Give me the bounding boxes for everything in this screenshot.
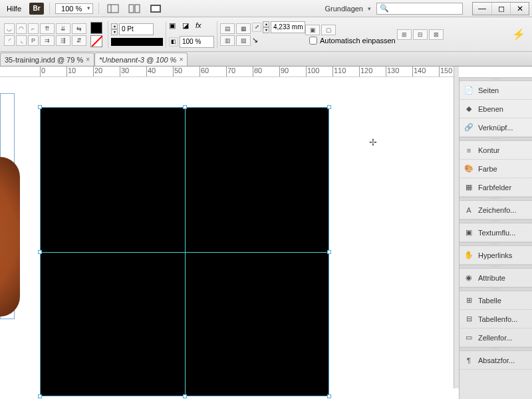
bridge-button[interactable]: Br (29, 3, 44, 15)
cell-styles-icon: ▭ (464, 332, 474, 343)
workspace-selector[interactable]: Grundlagen (323, 5, 373, 13)
tool-btn[interactable]: ⌐ (28, 23, 39, 34)
close-button[interactable]: ✕ (510, 3, 529, 15)
arrange-mode-icon[interactable] (126, 2, 143, 15)
selected-rectangle[interactable] (40, 107, 329, 396)
spin-up[interactable]: ▴ (263, 21, 269, 27)
panel-hyperlinks[interactable]: ✋Hyperlinks (460, 246, 532, 265)
frame-btn[interactable]: ⊠ (429, 29, 444, 40)
stroke-swatch[interactable] (90, 35, 102, 47)
panel-layers[interactable]: ◆Ebenen (460, 100, 532, 118)
panel-color[interactable]: 🎨Farbe (460, 160, 532, 178)
spin-down[interactable]: ▾ (111, 29, 118, 35)
panel-label: Kontur (478, 146, 499, 154)
document-tab[interactable]: 35-training.indd @ 79 %× (0, 53, 94, 66)
document-tab[interactable]: *Unbenannt-3 @ 100 %× (94, 53, 188, 66)
stroke-weight-input[interactable] (119, 23, 154, 35)
tool-btn[interactable]: P (28, 35, 39, 46)
wrap-btn[interactable]: ▤ (220, 23, 235, 34)
tool-btn[interactable]: ⇶ (56, 35, 70, 46)
spin-down[interactable]: ▾ (263, 27, 269, 33)
horizontal-guide[interactable] (41, 252, 329, 253)
opacity-input[interactable] (180, 36, 214, 48)
quick-apply-icon[interactable]: ⚡ (512, 28, 525, 41)
fit-btn[interactable]: ↘ (252, 36, 264, 48)
fit-btn[interactable]: ▢ (321, 25, 336, 35)
panel-pages[interactable]: 📄Seiten (460, 81, 532, 100)
wrap-btn[interactable]: ▥ (220, 35, 235, 46)
panel-swatches[interactable]: ▦Farbfelder (460, 178, 532, 197)
ruler-tick: 70 (226, 66, 235, 77)
tool-btn[interactable]: ⇈ (40, 23, 55, 34)
horizontal-ruler[interactable]: 0102030405060708090100110120130140150160 (0, 66, 459, 77)
panel-table-styles[interactable]: ⊟Tabellenfo... (460, 310, 532, 329)
text-wrap-tools: ▤▦ ▥▧ (220, 23, 251, 46)
panel-links[interactable]: 🔗Verknüpf... (460, 118, 532, 137)
tool-btn[interactable]: ⇊ (56, 23, 70, 34)
layout-mode-icon[interactable] (104, 2, 122, 15)
minimize-button[interactable]: — (473, 3, 491, 15)
resize-handle[interactable] (183, 394, 187, 398)
resize-handle[interactable] (327, 394, 331, 398)
view-mode-icon[interactable] (147, 2, 164, 15)
wrap-btn[interactable]: ▧ (236, 35, 251, 46)
pages-icon: 📄 (464, 85, 474, 96)
panel-attributes[interactable]: ◉Attribute (460, 269, 532, 287)
panel-dock-strip[interactable] (454, 66, 459, 388)
resize-handle[interactable] (38, 250, 42, 254)
frame-btn[interactable]: ⊞ (397, 29, 412, 40)
panel-text-wrap[interactable]: ▣Textumflu... (460, 223, 532, 242)
fx-btn[interactable]: ▣ (169, 21, 181, 33)
tool-btn[interactable]: ◜ (4, 35, 15, 46)
resize-handle[interactable] (327, 250, 331, 254)
panel-cell-styles[interactable]: ▭Zellenfor... (460, 329, 532, 347)
fx-btn[interactable]: ◪ (182, 21, 194, 33)
table-icon: ⊞ (464, 295, 474, 306)
close-icon[interactable]: × (86, 56, 90, 63)
panel-label: Zeichenfo... (478, 206, 516, 214)
document-tabs: 35-training.indd @ 79 %×*Unbenannt-3 @ 1… (0, 52, 532, 66)
panel-group-separator (460, 77, 532, 81)
fill-swatch[interactable] (90, 22, 102, 34)
auto-fit: Automatisch einpassen (309, 37, 396, 45)
panel-group-separator (460, 219, 532, 223)
resize-handle[interactable] (327, 105, 331, 109)
wrap-btn[interactable]: ▦ (236, 23, 251, 34)
auto-fit-checkbox[interactable] (309, 37, 317, 45)
fx-btn[interactable]: fx (196, 21, 207, 33)
ruler-tick: 130 (386, 66, 399, 77)
maximize-button[interactable]: ◻ (491, 3, 510, 15)
tool-btn[interactable]: ⇆ (72, 23, 86, 34)
panel-table[interactable]: ⊞Tabelle (460, 291, 532, 310)
spin-up[interactable]: ▴ (111, 23, 118, 29)
frame-btn[interactable]: ⊟ (413, 29, 428, 40)
stroke-style[interactable] (111, 38, 163, 46)
frame-tools: ⊞⊟⊠ (397, 29, 444, 40)
close-icon[interactable]: × (179, 56, 183, 63)
fit-btn[interactable]: ▣ (305, 25, 320, 35)
panel-char-styles[interactable]: AZeichenfo... (460, 201, 532, 219)
control-toolbar: ◡◠⌐ ◜◟P ⇈⇊⇆ ⇉⇶⇵ ▴▾ ▣◪fx ◧ ▤▦ ▥▧ ⤢ ▴▾ (0, 17, 532, 52)
tool-btn[interactable]: ⇵ (72, 35, 86, 46)
tool-btn[interactable]: ◡ (4, 23, 15, 34)
panel-para-styles[interactable]: ¶Absatzfor... (460, 351, 532, 370)
cursor-icon: ✢ (369, 137, 377, 148)
separator (108, 21, 108, 48)
ruler-tick: 60 (200, 66, 209, 77)
resize-handle[interactable] (183, 105, 187, 109)
zoom-dropdown[interactable]: 100 % (55, 3, 93, 14)
canvas[interactable]: ✢ (0, 77, 459, 399)
tab-label: *Unbenannt-3 @ 100 % (99, 56, 176, 64)
opacity-icon: ◧ (169, 37, 178, 47)
resize-handle[interactable] (38, 394, 42, 398)
tool-btn[interactable]: ◠ (16, 23, 27, 34)
fit-input[interactable] (271, 21, 305, 33)
search-input[interactable]: 🔍 (376, 3, 463, 15)
tool-btn[interactable]: ◟ (16, 35, 27, 46)
help-menu[interactable]: Hilfe (3, 5, 25, 13)
tool-btn[interactable]: ⇉ (40, 35, 55, 46)
ruler-tick: 0 (40, 66, 45, 77)
background-image-slice (0, 157, 20, 317)
resize-handle[interactable] (38, 105, 42, 109)
panel-stroke[interactable]: ≡Kontur (460, 141, 532, 160)
